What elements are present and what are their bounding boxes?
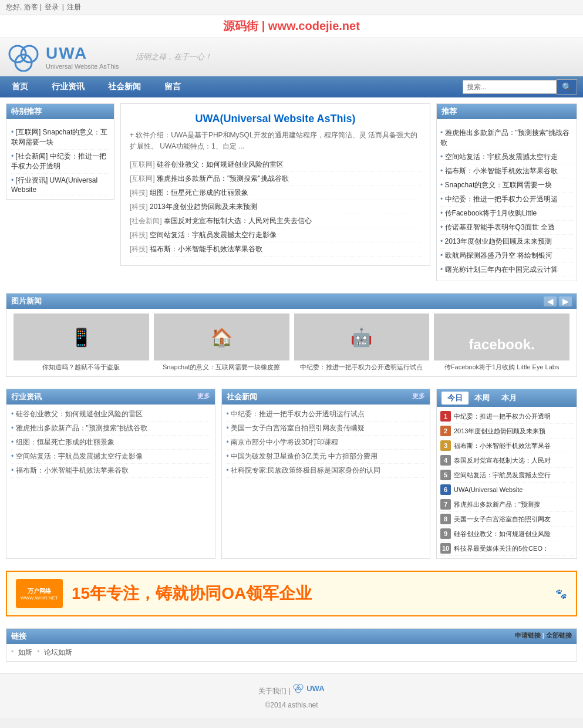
list-item[interactable]: 南京市部分中小学将设3D打印课程 — [227, 436, 426, 450]
special-link-1[interactable]: [社会新闻] 中纪委：推进一把手权力公开透明 — [11, 152, 106, 170]
list-item[interactable]: [科技] 2013年度创业趋势回顾及未来预测 — [130, 200, 421, 214]
all-links[interactable]: 全部链接 — [546, 632, 572, 639]
logo[interactable]: UWA Universal Website AsThis 活明之禅，在于一心！ — [6, 42, 212, 72]
ranking-item-10[interactable]: 10 科技界最受媒体关注的5位CEO： — [439, 541, 574, 556]
rank-link-4[interactable]: 泰国反对党宣布抵制大选：人民对 — [454, 456, 551, 465]
link-item-0[interactable]: 如斯 — [18, 648, 32, 658]
list-item[interactable]: 福布斯：小米智能手机效法苹果谷歌 — [440, 164, 573, 178]
list-item[interactable]: [互联网] 雅虎推出多款新产品："预测搜索"挑战谷歌 — [130, 172, 421, 186]
list-item[interactable]: [社会新闻] 中纪委：推进一把手权力公开透明 — [11, 150, 109, 174]
list-item[interactable]: Snapchat的意义：互联网需要一块 — [440, 178, 573, 193]
ind-link-3[interactable]: 空间站复活：宇航员发震撼太空行走影像 — [16, 452, 143, 460]
ranking-item-1[interactable]: 1 中纪委：推进一把手权力公开透明 — [439, 409, 574, 424]
ind-link-0[interactable]: 硅谷创业教父：如何规避创业风险的雷区 — [16, 410, 143, 418]
ind-link-4[interactable]: 福布斯：小米智能手机效法苹果谷歌 — [16, 466, 129, 474]
ranking-item-3[interactable]: 3 福布斯：小米智能手机效法苹果谷 — [439, 439, 574, 453]
list-item[interactable]: 组图：恒星死亡形成的壮丽景象 — [11, 436, 210, 450]
list-item[interactable]: [科技] 组图：恒星死亡形成的壮丽景象 — [130, 186, 421, 200]
soc-link-0[interactable]: 中纪委：推进一把手权力公开透明运行试点 — [231, 410, 365, 418]
ranking-tab-month[interactable]: 本月 — [496, 392, 523, 405]
list-item[interactable]: [互联网] Snapchat的意义：互联网需要一块 — [11, 126, 109, 150]
soc-link-4[interactable]: 社科院专家:民族政策终极目标是国家身份的认同 — [231, 466, 380, 474]
soc-link-3[interactable]: 中国为破发射卫星造价3亿美元 中方担部分费用 — [231, 452, 378, 460]
list-item[interactable]: 硅谷创业教父：如何规避创业风险的雷区 — [11, 407, 210, 422]
list-item[interactable]: 空间站复活：宇航员发震撼太空行走影像 — [11, 450, 210, 464]
rec-link-1[interactable]: 空间站复活：宇航员发震撼太空行走 — [445, 153, 558, 161]
rec-link-4[interactable]: 中纪委：推进一把手权力公开透明运 — [445, 195, 558, 203]
ranking-tab-week[interactable]: 本周 — [469, 392, 496, 405]
rank-link-9[interactable]: 硅谷创业教父：如何规避创业风险 — [454, 530, 551, 538]
list-item[interactable]: 社科院专家:民族政策终极目标是国家身份的认同 — [227, 464, 426, 478]
nav-item-social[interactable]: 社会新闻 — [96, 77, 153, 97]
rec-link-6[interactable]: 传诺基亚智能手表明年Q3面世 全透 — [445, 223, 555, 231]
list-item[interactable]: 中纪委：推进一把手权力公开透明运 — [440, 193, 573, 207]
img-news-item-2[interactable]: 🤖 中纪委：推进一把手权力公开透明运行试点 — [292, 314, 432, 372]
rank-link-2[interactable]: 2013年度创业趋势回顾及未来预 — [454, 427, 545, 436]
rank-link-10[interactable]: 科技界最受媒体关注的5位CEO： — [454, 544, 549, 553]
list-item[interactable]: [社会新闻] 泰国反对党宣布抵制大选：人民对民主失去信心 — [130, 214, 421, 228]
rec-link-8[interactable]: 欧航局探测器盛乃升空 将绘制银河 — [445, 251, 552, 259]
list-item[interactable]: 中纪委：推进一把手权力公开透明运行试点 — [227, 407, 426, 422]
ranking-item-4[interactable]: 4 泰国反对党宣布抵制大选：人民对 — [439, 453, 574, 468]
search-input[interactable] — [463, 80, 557, 94]
industry-more[interactable]: 更多 — [197, 392, 210, 402]
ranking-item-5[interactable]: 5 空间站复活：宇航员发震撼太空行 — [439, 468, 574, 483]
list-item[interactable]: 雅虎推出多款新产品："预测搜索"挑战谷歌 — [440, 126, 573, 150]
register-link[interactable]: 注册 — [67, 3, 81, 11]
list-item[interactable]: 欧航局探测器盛乃升空 将绘制银河 — [440, 249, 573, 263]
soc-link-1[interactable]: 美国一女子白宫浴室自拍照引网友贵传瞒疑 — [231, 424, 365, 432]
rank-link-3[interactable]: 福布斯：小米智能手机效法苹果谷 — [454, 441, 551, 450]
search-button[interactable]: 🔍 — [557, 79, 577, 95]
rec-link-5[interactable]: 传Facebook将于1月收购Little — [445, 209, 537, 217]
ranking-item-9[interactable]: 9 硅谷创业教父：如何规避创业风险 — [439, 527, 574, 541]
nav-link-social[interactable]: 社会新闻 — [96, 77, 153, 97]
nav-link-home[interactable]: 首页 — [0, 77, 40, 97]
rank-link-8[interactable]: 美国一女子白宫浴室自拍照引网友 — [454, 515, 551, 524]
nav-item-industry[interactable]: 行业资讯 — [40, 77, 96, 97]
list-item[interactable]: 美国一女子白宫浴室自拍照引网友贵传瞒疑 — [227, 422, 426, 436]
ind-link-2[interactable]: 组图：恒星死亡形成的壮丽景象 — [16, 438, 114, 446]
ranking-tab-today[interactable]: 今日 — [442, 392, 469, 405]
rank-link-7[interactable]: 雅虎推出多款新产品："预测搜 — [454, 500, 540, 509]
nav-item-guestbook[interactable]: 留言 — [153, 77, 193, 97]
list-item[interactable]: 传Facebook将于1月收购Little — [440, 207, 573, 221]
special-link-0[interactable]: [互联网] Snapchat的意义：互联网需要一块 — [11, 128, 107, 146]
rank-link-6[interactable]: UWA(Universal Website — [454, 486, 523, 493]
special-link-2[interactable]: [行业资讯] UWA(Universal Website — [11, 176, 97, 194]
list-item[interactable]: 中国为破发射卫星造价3亿美元 中方担部分费用 — [227, 450, 426, 464]
ranking-item-6[interactable]: 6 UWA(Universal Website — [439, 483, 574, 497]
rec-link-7[interactable]: 2013年度创业趋势回顾及未来预测 — [445, 237, 552, 245]
link-item-1[interactable]: 论坛如斯 — [44, 648, 72, 658]
list-item[interactable]: [科技] 空间站复活：宇航员发震撼太空行走影像 — [130, 228, 421, 242]
ad-banner[interactable]: 万户网络 WWW.WHIR.NET 15年专注，铸就协同OA领军企业 🐾 — [6, 571, 577, 616]
list-item[interactable]: [科技] 福布斯：小米智能手机效法苹果谷歌 — [130, 242, 421, 257]
apply-link[interactable]: 申请链接 — [515, 632, 541, 639]
img-news-item-1[interactable]: 🏠 Snapchat的意义：互联网需要一块橡皮擦 — [151, 314, 292, 372]
list-item[interactable]: 空间站复活：宇航员发震撼太空行走 — [440, 150, 573, 164]
nav-link-guestbook[interactable]: 留言 — [153, 77, 193, 97]
list-item[interactable]: 传诺基亚智能手表明年Q3面世 全透 — [440, 221, 573, 235]
img-news-item-3[interactable]: facebook. 传Facebook将于1月收购 Little Eye Lab… — [432, 314, 572, 372]
nav-link-industry[interactable]: 行业资讯 — [40, 77, 96, 97]
list-item[interactable]: [行业资讯] UWA(Universal Website — [11, 174, 109, 196]
list-item[interactable]: 曙光称计划三年内在中国完成云计算 — [440, 263, 573, 277]
list-item[interactable]: 2013年度创业趋势回顾及未来预测 — [440, 235, 573, 249]
login-link[interactable]: 登录 — [45, 3, 59, 11]
ranking-item-7[interactable]: 7 雅虎推出多款新产品："预测搜 — [439, 497, 574, 512]
rank-link-5[interactable]: 空间站复活：宇航员发震撼太空行 — [454, 471, 551, 480]
soc-link-2[interactable]: 南京市部分中小学将设3D打印课程 — [231, 438, 338, 446]
rec-link-0[interactable]: 雅虎推出多款新产品："预测搜索"挑战谷歌 — [440, 129, 569, 147]
ind-link-1[interactable]: 雅虎推出多款新产品："预测搜索"挑战谷歌 — [16, 424, 148, 432]
prev-arrow[interactable]: ◀ — [544, 296, 557, 306]
nav-item-home[interactable]: 首页 — [0, 77, 40, 97]
rec-link-9[interactable]: 曙光称计划三年内在中国完成云计算 — [445, 265, 558, 274]
list-item[interactable]: [互联网] 硅谷创业教父：如何规避创业风险的雷区 — [130, 158, 421, 172]
list-item[interactable]: 福布斯：小米智能手机效法苹果谷歌 — [11, 464, 210, 478]
next-arrow[interactable]: ▶ — [559, 296, 572, 306]
ranking-item-8[interactable]: 8 美国一女子白宫浴室自拍照引网友 — [439, 512, 574, 527]
list-item[interactable]: 雅虎推出多款新产品："预测搜索"挑战谷歌 — [11, 422, 210, 436]
social-more[interactable]: 更多 — [412, 392, 425, 402]
rank-link-1[interactable]: 中纪委：推进一把手权力公开透明 — [454, 412, 551, 421]
rec-link-2[interactable]: 福布斯：小米智能手机效法苹果谷歌 — [445, 167, 558, 175]
img-news-item-0[interactable]: 📱 你知道吗？越狱不等于盗版 — [11, 314, 151, 372]
